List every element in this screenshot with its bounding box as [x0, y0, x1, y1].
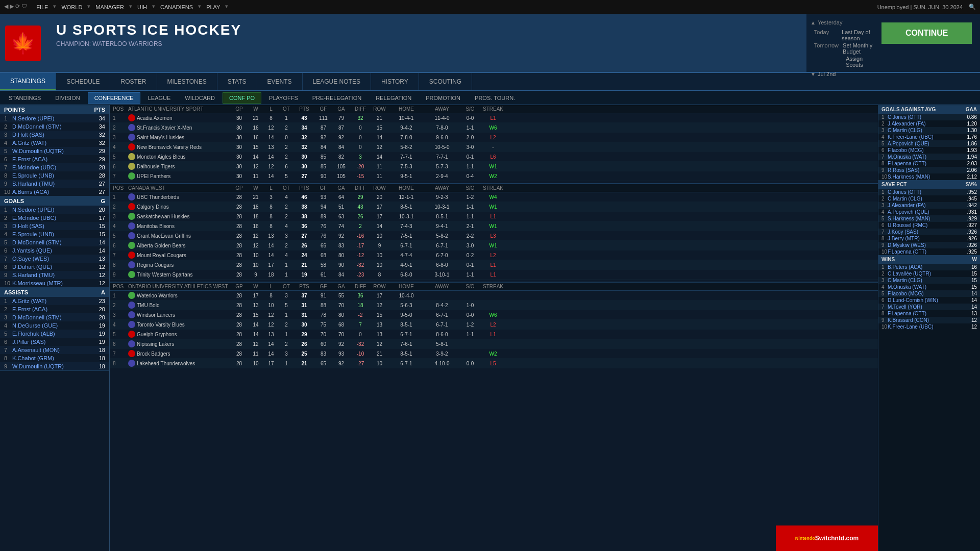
- table-row[interactable]: 3 Saskatchewan Huskies 281882 38 8963 26…: [110, 212, 878, 221]
- svpct-row-7: 7J.Kooy (SAS).926: [878, 229, 980, 235]
- table-row[interactable]: 2 TMU Bold 2813105 31 8870 18 125-6-38-4…: [110, 300, 878, 310]
- tab-standings[interactable]: STANDINGS: [0, 73, 56, 90]
- league-logo: 🍁: [5, 26, 41, 61]
- assists-row-7: 7A.Arsenault (MON)18: [0, 346, 109, 354]
- table-row[interactable]: 5 Guelph Gryphons 2814131 29 7070 0 136-…: [110, 330, 878, 339]
- gaa-row-9: 9R.Ross (SAS)2.06: [878, 167, 980, 173]
- goals-row-7: 7O.Saye (WES)13: [0, 255, 109, 263]
- table-row[interactable]: 4 Toronto Varsity Blues 2814122 30 7568 …: [110, 320, 878, 330]
- tab-schedule[interactable]: SCHEDULE: [56, 73, 110, 90]
- assists-header: ASSISTS A: [0, 288, 109, 297]
- tab-scouting[interactable]: SCOUTING: [419, 73, 472, 90]
- assists-row-6: 6J.Pillar (SAS)19: [0, 338, 109, 346]
- subtab-pros-tourn[interactable]: PROS. TOURN.: [468, 92, 522, 104]
- nav-file[interactable]: FILE: [32, 3, 52, 11]
- svpct-row-4: 4A.Popovich (QUE).931: [878, 209, 980, 215]
- main-content: POINTS PTS 1N.Sedore (UPEI)34 2D.McDonne…: [0, 105, 980, 551]
- subtab-relegation[interactable]: RELEGATION: [369, 92, 418, 104]
- assists-row-5: 5E.Florchuk (ALB)19: [0, 330, 109, 338]
- svpct-row-10: 10F.Lapenna (OTT).925: [878, 248, 980, 255]
- nav-manager[interactable]: MANAGER: [91, 3, 128, 11]
- table-row[interactable]: 7 Mount Royal Cougars 2810144 24 6880 -1…: [110, 251, 878, 260]
- table-row[interactable]: 9 Trinity Western Spartans 289181 19 618…: [110, 270, 878, 280]
- wins-header: WINS W: [878, 255, 980, 264]
- subtab-promotion[interactable]: PROMOTION: [419, 92, 467, 104]
- subtab-standings[interactable]: STANDINGS: [2, 92, 47, 104]
- assists-row-8: 8K.Chabot (GRM)18: [0, 354, 109, 362]
- goals-row-1: 1N.Sedore (UPEI)20: [0, 206, 109, 214]
- continue-button[interactable]: CONTINUE: [881, 22, 972, 44]
- table-row[interactable]: 3 Windsor Lancers 2815121 31 7880 -2 159…: [110, 310, 878, 320]
- nav-play[interactable]: PLAY: [202, 3, 224, 11]
- table-row[interactable]: 1 UBC Thunderbirds 282134 46 9364 29 201…: [110, 192, 878, 202]
- svpct-row-1: 1C.Jones (OTT).952: [878, 189, 980, 195]
- tab-milestones[interactable]: MILESTONES: [157, 73, 217, 90]
- tomorrow-row[interactable]: Tomorrow Set Monthly Budget: [814, 42, 874, 55]
- topbar: ◀ ▶ ⟳ 🛡 FILE ▾ WORLD ▾ MANAGER ▾ UIH ▾ C…: [0, 0, 980, 14]
- goals-header: GOALS G: [0, 196, 109, 206]
- table-row[interactable]: 5 Grant MacEwan Griffins 2812133 27 7692…: [110, 231, 878, 241]
- gaa-row-2: 2J.Alexander (FA)1.20: [878, 120, 980, 127]
- subtab-conf-po[interactable]: CONF PO: [223, 92, 261, 104]
- yesterday-row: Yesterday: [818, 19, 853, 26]
- points-row-2: 2D.McDonnell (STM)34: [0, 122, 109, 131]
- points-row-1: 1N.Sedore (UPEI)34: [0, 114, 109, 122]
- tab-league-notes[interactable]: LEAGUE NOTES: [303, 73, 371, 90]
- svpct-row-9: 9D.Myskiw (WES).926: [878, 242, 980, 248]
- nav-world[interactable]: WORLD: [57, 3, 86, 11]
- gaa-row-5: 5A.Popovich (QUE)1.86: [878, 140, 980, 147]
- wins-row-2: 2C.Lavallée (UQTR)15: [878, 270, 980, 277]
- table-row[interactable]: 4 New Brunswick Varsity Reds 3015132 32 …: [110, 142, 878, 152]
- table-row[interactable]: 6 Dalhousie Tigers 3012126 30 85105 -20 …: [110, 162, 878, 171]
- table-row[interactable]: 7 Brock Badgers 2811143 25 8393 -10 218-…: [110, 349, 878, 359]
- sub-tabs: STANDINGS DIVISION CONFERENCE LEAGUE WIL…: [0, 91, 980, 105]
- nav-canadiens[interactable]: CANADIENS: [156, 3, 197, 11]
- search-icon[interactable]: 🔍: [969, 4, 976, 10]
- points-row-3: 3D.Holt (SAS)32: [0, 131, 109, 139]
- center-panel: POS ATLANTIC UNIVERSITY SPORT GP W L OT …: [110, 105, 878, 551]
- wins-row-10: 10K.Freer-Lane (UBC)12: [878, 323, 980, 330]
- tab-history[interactable]: HISTORY: [371, 73, 419, 90]
- goals-row-3: 3D.Holt (SAS)15: [0, 222, 109, 230]
- gaa-row-1: 1C.Jones (OTT)0.86: [878, 114, 980, 120]
- table-row[interactable]: 5 Moncton Aigles Bleus 3014142 30 8582 3…: [110, 152, 878, 162]
- gaa-row-3: 3C.Martin (CLG)1.30: [878, 127, 980, 134]
- tab-stats[interactable]: STATS: [217, 73, 257, 90]
- table-row[interactable]: 6 Nipissing Lakers 2812142 26 6092 -32 1…: [110, 339, 878, 349]
- nav-uih[interactable]: UIH: [133, 3, 151, 11]
- table-row[interactable]: 3 Saint Mary's Huskies 3016140 32 9292 0…: [110, 133, 878, 142]
- table-row[interactable]: 4 Manitoba Bisons 281684 36 7674 2 147-4…: [110, 221, 878, 231]
- table-row[interactable]: 1 Acadia Axemen 302181 43 11179 32 2110-…: [110, 113, 878, 123]
- table-row[interactable]: 8 Regina Cougars 2810171 21 5890 -32 104…: [110, 260, 878, 270]
- subtab-wildcard[interactable]: WILDCARD: [178, 92, 222, 104]
- goals-row-4: 4E.Sproule (UNB)15: [0, 230, 109, 238]
- subtab-pre-relegation[interactable]: PRE-RELEGATION: [306, 92, 368, 104]
- tab-roster[interactable]: ROSTER: [110, 73, 157, 90]
- table-row[interactable]: 6 Alberta Golden Bears 2812142 26 6683 -…: [110, 241, 878, 251]
- goals-section: GOALS G 1N.Sedore (UPEI)20 2E.McIndoe (U…: [0, 196, 109, 288]
- gaa-row-8: 8F.Lapenna (OTT)2.03: [878, 160, 980, 167]
- table-row[interactable]: 7 UPEI Panthers 3011145 27 90105 -15 119…: [110, 171, 878, 181]
- subtab-league[interactable]: LEAGUE: [141, 92, 178, 104]
- assists-row-9: 9W.Dumoulin (UQTR)18: [0, 362, 109, 370]
- game-title: U SPORTS ICE HOCKEY: [56, 22, 796, 38]
- table-row[interactable]: 2 Calgary Dinos 281882 38 9451 43 178-5-…: [110, 202, 878, 212]
- table-row[interactable]: 8 Lakehead Thunderwolves 2810171 21 6592…: [110, 359, 878, 368]
- today-row[interactable]: Today Last Day of season: [814, 29, 874, 41]
- atlantic-section: POS ATLANTIC UNIVERSITY SPORT GP W L OT …: [110, 105, 878, 181]
- table-row[interactable]: 1 Waterloo Warriors 281783 37 9155 36 17…: [110, 291, 878, 300]
- assists-row-1: 1A.Gritz (WAT)23: [0, 297, 109, 305]
- header: 🍁 U SPORTS ICE HOCKEY CHAMPION: WATERLOO…: [0, 14, 980, 73]
- subtab-playoffs[interactable]: PLAYOFFS: [262, 92, 305, 104]
- subtab-division[interactable]: DIVISION: [48, 92, 86, 104]
- assists-row-2: 2E.Ernst (ACA)20: [0, 305, 109, 313]
- gaa-section: GOALS AGAINST AVG GAA 1C.Jones (OTT)0.86…: [878, 105, 980, 180]
- gaa-row-6: 6F.Iacobo (MCG)1.93: [878, 147, 980, 154]
- subtab-conference[interactable]: CONFERENCE: [88, 92, 140, 104]
- table-row[interactable]: 2 St.Francis Xavier X-Men 3016122 34 878…: [110, 123, 878, 133]
- tab-events[interactable]: EVENTS: [257, 73, 303, 90]
- goals-row-2: 2E.McIndoe (UBC)17: [0, 214, 109, 222]
- svpct-row-6: 6U.Roussel (RMC).927: [878, 222, 980, 229]
- space-icon: [811, 29, 812, 35]
- points-row-4: 4A.Gritz (WAT)32: [0, 139, 109, 147]
